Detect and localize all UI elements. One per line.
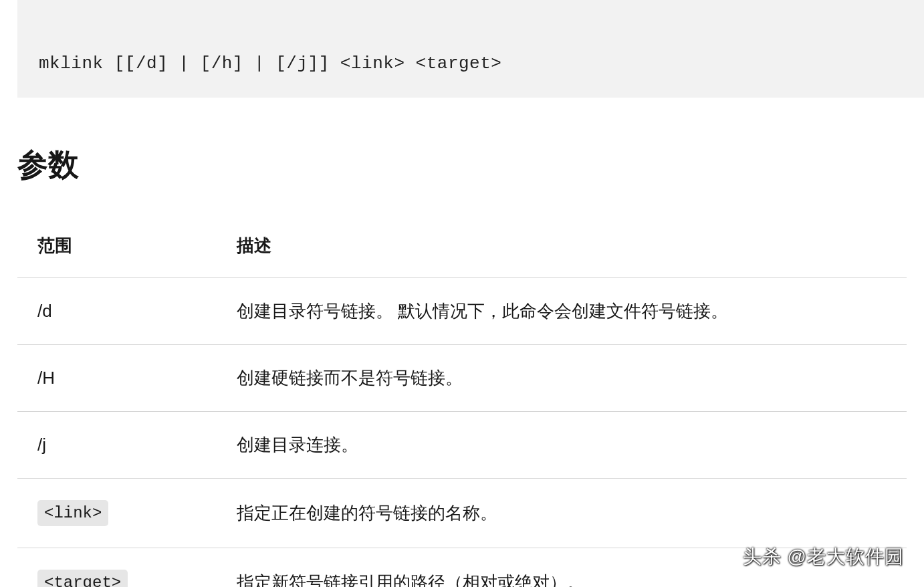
top-gray-bar xyxy=(17,0,924,33)
section-title: 参数 xyxy=(17,144,924,186)
param-cell: <target> xyxy=(17,548,217,588)
syntax-text: mklink [[/d] | [/h] | [/j]] <link> <targ… xyxy=(39,53,501,74)
table-row: /H创建硬链接而不是符号链接。 xyxy=(17,345,907,412)
param-cell: /d xyxy=(17,278,217,345)
table-row: <link>指定正在创建的符号链接的名称。 xyxy=(17,479,907,548)
desc-cell: 创建目录连接。 xyxy=(217,412,907,479)
param-cell: /H xyxy=(17,345,217,412)
param-cell: /j xyxy=(17,412,217,479)
desc-cell: 创建目录符号链接。 默认情况下，此命令会创建文件符号链接。 xyxy=(217,278,907,345)
desc-cell: 指定正在创建的符号链接的名称。 xyxy=(217,479,907,548)
syntax-code-block: mklink [[/d] | [/h] | [/j]] <link> <targ… xyxy=(17,33,924,98)
code-tag: <link> xyxy=(37,500,108,526)
desc-cell: 创建硬链接而不是符号链接。 xyxy=(217,345,907,412)
header-desc: 描述 xyxy=(217,219,907,278)
header-param: 范围 xyxy=(17,219,217,278)
param-cell: <link> xyxy=(17,479,217,548)
table-row: /j创建目录连接。 xyxy=(17,412,907,479)
table-row: /d创建目录符号链接。 默认情况下，此命令会创建文件符号链接。 xyxy=(17,278,907,345)
watermark: 头杀 @老大软件园 xyxy=(743,544,904,570)
code-tag: <target> xyxy=(37,570,128,587)
parameters-table: 范围 描述 /d创建目录符号链接。 默认情况下，此命令会创建文件符号链接。/H创… xyxy=(17,219,907,587)
